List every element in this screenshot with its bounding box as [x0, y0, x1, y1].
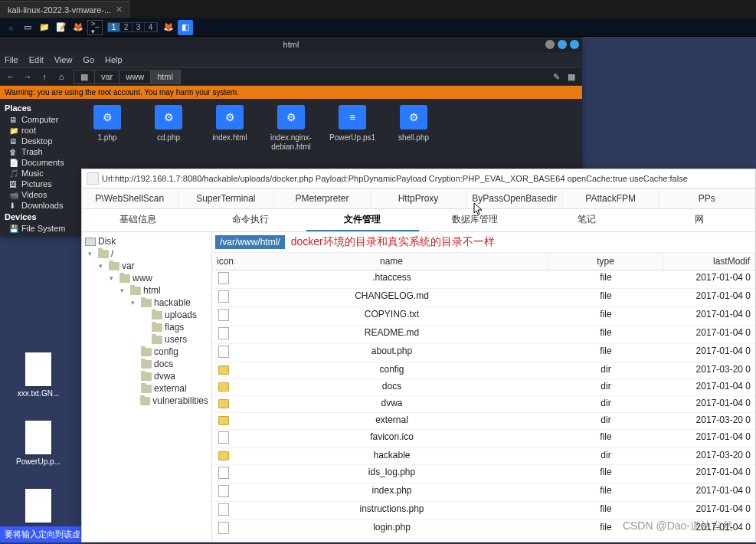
tree-node[interactable]: users	[82, 333, 211, 346]
taskbar-app-icon[interactable]: ◧	[178, 20, 193, 35]
workspace-3[interactable]: 3	[133, 23, 145, 31]
back-button[interactable]: ←	[3, 70, 18, 84]
col-icon[interactable]: icon	[212, 253, 235, 270]
file-row[interactable]: .htaccessfile2017-01-04 0	[212, 270, 755, 289]
workspace-switcher[interactable]: 1234	[107, 22, 158, 32]
home-button[interactable]: ⌂	[54, 70, 69, 84]
plugin-tab[interactable]: SuperTerminal	[178, 188, 275, 208]
sidebar-item[interactable]: ⬇Downloads	[0, 200, 78, 211]
sidebar-item[interactable]: 🗑Trash	[0, 146, 78, 157]
plugin-tab[interactable]: PAttackFPM	[563, 188, 659, 208]
desktop-file[interactable]: xxx.txt.GN...	[15, 352, 61, 398]
file-row[interactable]: dvwadir2017-01-04 0	[212, 396, 755, 413]
sidebar-item[interactable]: 📄Documents	[0, 157, 78, 168]
file-label: index.nginx-debian.html	[268, 133, 314, 152]
close-button[interactable]	[570, 40, 579, 49]
workspace-2[interactable]: 2	[120, 23, 133, 31]
file-row[interactable]: CHANGELOG.mdfile2017-01-04 0	[212, 289, 755, 307]
plugin-tab[interactable]: P\WebShellScan	[82, 188, 178, 208]
plugin-tab[interactable]: HttpProxy	[371, 188, 467, 208]
col-mod[interactable]: lastModif	[663, 253, 755, 270]
path-seg[interactable]: var	[95, 70, 119, 84]
col-type[interactable]: type	[548, 253, 663, 270]
tree-node[interactable]: docs	[82, 358, 211, 370]
minimize-button[interactable]	[545, 40, 555, 49]
module-tab[interactable]: 文件管理	[306, 209, 419, 231]
file-row[interactable]: COPYING.txtfile2017-01-04 0	[212, 307, 755, 326]
menu-go[interactable]: Go	[83, 55, 94, 64]
file-row[interactable]: docsdir2017-01-04 0	[212, 379, 755, 396]
taskbar-firefox2-icon[interactable]: 🦊	[161, 20, 176, 35]
tree-node[interactable]: ▾/	[82, 247, 211, 260]
module-tab[interactable]: 命令执行	[195, 209, 307, 231]
tree-root[interactable]: Disk	[82, 235, 211, 247]
path-seg[interactable]: www	[119, 70, 151, 84]
tree-node[interactable]: dvwa	[82, 370, 211, 382]
java-icon	[87, 172, 99, 185]
file-row[interactable]: index.phpfile2017-01-04 0	[212, 483, 755, 502]
close-icon[interactable]: ✕	[116, 5, 123, 15]
folder-icon	[98, 250, 109, 258]
row-type: file	[548, 502, 663, 519]
tree-node[interactable]: flags	[82, 321, 211, 333]
tree-node[interactable]: uploads	[82, 309, 211, 321]
tree-node[interactable]: ▾var	[82, 260, 211, 272]
plugin-tab[interactable]: PPs	[659, 188, 755, 208]
menu-edit[interactable]: Edit	[29, 55, 44, 64]
plugin-tab[interactable]: PMeterpreter	[274, 188, 371, 208]
taskbar-desktop-icon[interactable]: ▭	[20, 20, 35, 35]
col-name[interactable]: name	[235, 253, 548, 270]
file-row[interactable]: README.mdfile2017-01-04 0	[212, 326, 755, 344]
tree-node[interactable]: vulnerabilities	[82, 395, 211, 407]
options-button[interactable]: ▦	[564, 70, 579, 84]
file-row[interactable]: externaldir2017-03-20 0	[212, 413, 755, 430]
file-row[interactable]: login.phpfile2017-01-04 0	[212, 520, 755, 539]
module-tab[interactable]: 基础信息	[82, 209, 195, 231]
file-row[interactable]: ids_log.phpfile2017-01-04 0	[212, 465, 755, 483]
file-table-body[interactable]: .htaccessfile2017-01-04 0CHANGELOG.mdfil…	[212, 270, 755, 539]
shell-dir-tree[interactable]: Disk ▾/▾var▾www▾html▾hackableuploadsflag…	[82, 232, 212, 542]
menu-file[interactable]: File	[5, 55, 18, 64]
sidebar-item[interactable]: 💾File System	[0, 223, 78, 234]
fm-path[interactable]: ▦ varwwwhtml	[74, 70, 181, 84]
menu-view[interactable]: View	[54, 55, 73, 64]
taskbar-files-icon[interactable]: 📁	[37, 20, 52, 35]
tree-label: www	[133, 273, 152, 283]
edit-path-button[interactable]: ✎	[548, 70, 564, 84]
menu-help[interactable]: Help	[105, 55, 123, 64]
sidebar-item[interactable]: 📁root	[0, 125, 78, 136]
maximize-button[interactable]	[558, 40, 567, 49]
workspace-1[interactable]: 1	[108, 23, 120, 31]
plugin-tab[interactable]: ByPassOpenBasedir	[466, 188, 563, 208]
taskbar-terminal-icon[interactable]: >_ ▾	[87, 20, 103, 35]
file-row[interactable]: configdir2017-03-20 0	[212, 362, 755, 379]
module-tab[interactable]: 笔记	[531, 209, 643, 231]
sidebar-item[interactable]: 🖥Desktop	[0, 136, 78, 146]
tree-node[interactable]: ▾html	[82, 284, 211, 297]
path-seg[interactable]: html	[151, 70, 180, 84]
shell-path-input[interactable]: /var/www/html/	[215, 235, 285, 249]
file-row[interactable]: about.phpfile2017-01-04 0	[212, 344, 755, 362]
tree-node[interactable]: config	[82, 346, 211, 358]
sidebar-item[interactable]: 🎵Music	[0, 168, 78, 179]
sidebar-item[interactable]: 🖥Computer	[0, 114, 78, 125]
fm-titlebar[interactable]: html	[0, 37, 582, 52]
taskbar-firefox-icon[interactable]: 🦊	[70, 20, 86, 35]
workspace-4[interactable]: 4	[145, 23, 157, 31]
tree-node[interactable]: ▾www	[82, 272, 211, 284]
vmware-tab[interactable]: kali-linux-2022.3-vmware-... ✕	[0, 1, 130, 18]
tree-node[interactable]: external	[82, 382, 211, 395]
taskbar-edit-icon[interactable]: 📝	[54, 20, 69, 35]
module-tab[interactable]: 网	[643, 209, 756, 231]
file-row[interactable]: instructions.phpfile2017-01-04 0	[212, 502, 755, 520]
module-tab[interactable]: 数据库管理	[419, 209, 532, 231]
sidebar-item[interactable]: 🖼Pictures	[0, 179, 78, 189]
desktop-file[interactable]: PowerUp.p...	[15, 421, 61, 466]
forward-button[interactable]: →	[20, 70, 35, 84]
up-button[interactable]: ↑	[37, 70, 52, 84]
tree-node[interactable]: ▾hackable	[82, 297, 211, 309]
file-row[interactable]: hackabledir2017-03-20 0	[212, 448, 755, 465]
file-row[interactable]: favicon.icofile2017-01-04 0	[212, 430, 755, 448]
sidebar-item[interactable]: 📹Videos	[0, 189, 78, 200]
kali-menu-icon[interactable]: ⟐	[3, 20, 18, 35]
